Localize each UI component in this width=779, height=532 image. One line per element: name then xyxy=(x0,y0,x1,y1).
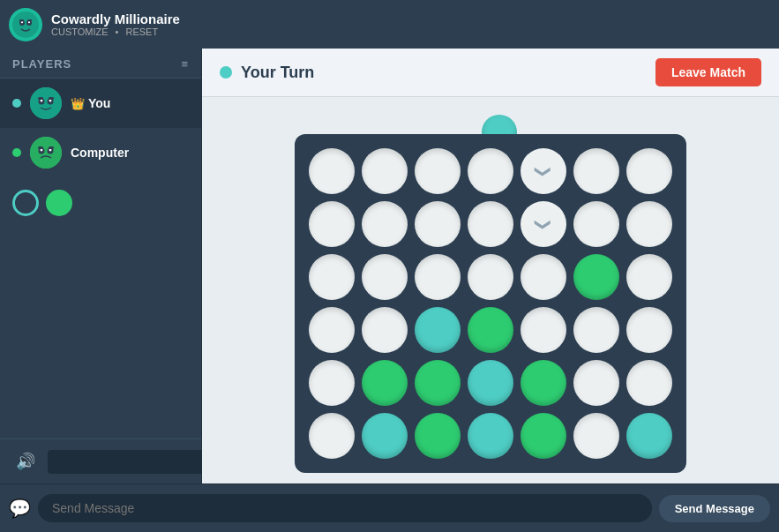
game-board-container xyxy=(202,97,779,483)
board-cell-0[interactable] xyxy=(309,148,355,194)
sidebar: Players ≡ xyxy=(0,49,202,483)
board-cell-3[interactable] xyxy=(468,148,513,194)
game-header: Your Turn Leave Match xyxy=(202,49,779,97)
player1-name: 👑 You xyxy=(71,96,110,110)
reset-link[interactable]: RESET xyxy=(125,26,158,37)
svg-rect-12 xyxy=(38,97,43,100)
customize-link[interactable]: CUSTOMIZE xyxy=(51,26,109,37)
board-cell-26[interactable] xyxy=(573,307,619,353)
main: Players ≡ xyxy=(0,49,779,483)
audio-btn[interactable]: 🔊 xyxy=(7,446,44,476)
board-cell-1[interactable] xyxy=(362,148,408,194)
board-cell-34[interactable] xyxy=(626,360,672,406)
svg-point-14 xyxy=(30,137,62,169)
player2-dot xyxy=(12,148,21,157)
board-cell-18[interactable] xyxy=(521,254,566,300)
score-player2 xyxy=(46,190,72,216)
board-cell-20[interactable] xyxy=(626,254,672,300)
svg-point-11 xyxy=(49,100,52,102)
bottom-chat-input[interactable] xyxy=(38,494,652,522)
game-board[interactable] xyxy=(295,134,686,473)
board-cell-40[interactable] xyxy=(573,413,619,459)
board-cell-37[interactable] xyxy=(415,413,461,459)
board-cell-27[interactable] xyxy=(626,307,672,353)
svg-rect-19 xyxy=(38,146,43,149)
crown-icon: 👑 xyxy=(71,97,85,110)
send-message-button[interactable]: Send Message xyxy=(659,495,770,522)
score-player1 xyxy=(12,190,39,216)
board-cell-25[interactable] xyxy=(521,307,566,353)
board-cell-23[interactable] xyxy=(415,307,461,353)
board-cell-13[interactable] xyxy=(626,201,672,247)
board-cell-15[interactable] xyxy=(362,254,408,300)
filter-icon[interactable]: ≡ xyxy=(181,57,189,71)
svg-point-17 xyxy=(41,149,43,152)
board-cell-5[interactable] xyxy=(573,148,619,194)
players-header: Players ≡ xyxy=(0,49,201,79)
board-cell-29[interactable] xyxy=(362,360,408,406)
board-cell-21[interactable] xyxy=(309,307,355,353)
board-cell-32[interactable] xyxy=(521,360,566,406)
board-cell-11[interactable] xyxy=(521,201,566,247)
board-cell-4[interactable] xyxy=(521,148,566,194)
board-cell-7[interactable] xyxy=(309,201,355,247)
board-cell-35[interactable] xyxy=(309,413,355,459)
app-name: Cowardly Millionaire xyxy=(51,11,770,26)
board-cell-10[interactable] xyxy=(468,201,513,247)
player1-dot xyxy=(12,99,21,108)
svg-rect-5 xyxy=(19,19,24,22)
chat-input[interactable] xyxy=(48,450,210,474)
board-cell-31[interactable] xyxy=(468,360,513,406)
topbar-title: Cowardly Millionaire CUSTOMIZE • RESET xyxy=(51,11,770,37)
svg-point-7 xyxy=(30,87,62,119)
board-cell-33[interactable] xyxy=(573,360,619,406)
sidebar-footer: 🔊 💬 ♥ xyxy=(0,438,201,483)
leave-match-button[interactable]: Leave Match xyxy=(655,58,761,86)
board-cell-28[interactable] xyxy=(309,360,355,406)
board-cell-39[interactable] xyxy=(521,413,566,459)
bottom-chat-icon: 💬 xyxy=(9,498,31,519)
board-cell-9[interactable] xyxy=(415,201,461,247)
svg-point-0 xyxy=(12,11,39,38)
turn-indicator: Your Turn xyxy=(220,64,314,82)
board-cell-19[interactable] xyxy=(573,254,619,300)
separator: • xyxy=(116,26,119,37)
player2-name: Computer xyxy=(71,146,129,160)
svg-point-10 xyxy=(41,100,43,102)
app: Cowardly Millionaire CUSTOMIZE • RESET P… xyxy=(0,0,779,532)
board-cell-41[interactable] xyxy=(626,413,672,459)
board-cell-12[interactable] xyxy=(573,201,619,247)
topbar-avatar xyxy=(9,8,42,41)
board-cell-17[interactable] xyxy=(468,254,513,300)
board-cell-16[interactable] xyxy=(415,254,461,300)
board-cell-8[interactable] xyxy=(362,201,408,247)
turn-label: Your Turn xyxy=(241,64,314,82)
topbar-sub: CUSTOMIZE • RESET xyxy=(51,26,770,37)
svg-rect-20 xyxy=(49,146,54,149)
player2-row: Computer xyxy=(0,128,201,177)
player1-row: 👑 You xyxy=(0,79,201,128)
turn-dot xyxy=(220,66,232,79)
player1-avatar xyxy=(30,87,62,119)
board-cell-6[interactable] xyxy=(626,148,672,194)
players-label: Players xyxy=(12,57,71,71)
board-cell-2[interactable] xyxy=(415,148,461,194)
svg-rect-13 xyxy=(49,97,54,100)
player2-avatar xyxy=(30,137,62,169)
board-cell-38[interactable] xyxy=(468,413,513,459)
board-cell-24[interactable] xyxy=(468,307,513,353)
board-cell-22[interactable] xyxy=(362,307,408,353)
board-cell-14[interactable] xyxy=(309,254,355,300)
board-cell-36[interactable] xyxy=(362,413,408,459)
score-area xyxy=(0,177,201,229)
bottom-bar: 💬 Send Message xyxy=(0,483,779,532)
board-cell-30[interactable] xyxy=(415,360,461,406)
topbar: Cowardly Millionaire CUSTOMIZE • RESET xyxy=(0,0,779,49)
game-area: Your Turn Leave Match xyxy=(202,49,779,483)
svg-rect-6 xyxy=(27,19,32,22)
svg-point-18 xyxy=(49,149,52,152)
